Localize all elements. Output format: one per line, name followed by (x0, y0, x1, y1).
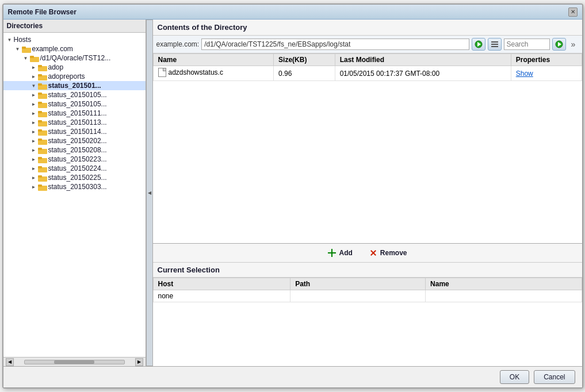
add-button[interactable]: Add (324, 247, 355, 259)
selection-title: Current Selection (153, 263, 582, 278)
collapse-handle[interactable]: ◀ (146, 20, 153, 366)
sel-col-host: Host (153, 278, 290, 290)
svg-rect-36 (491, 46, 498, 47)
expand-adop[interactable]: ► (30, 63, 38, 71)
svg-rect-23 (38, 148, 42, 150)
add-label: Add (339, 249, 352, 257)
tree-item-s7[interactable]: ► status_20150208... (3, 145, 146, 155)
svg-rect-29 (38, 175, 42, 178)
file-icon: adzdshowstatus.c (158, 68, 223, 77)
remove-label: Remove (380, 249, 407, 257)
svg-rect-3 (30, 56, 34, 58)
tree-item-s6[interactable]: ► status_20150202... (3, 136, 146, 145)
selection-table: Host Path Name none (153, 278, 582, 302)
svg-rect-1 (22, 47, 26, 49)
expand-hosts[interactable]: ▼ (6, 36, 14, 44)
selection-table-area[interactable]: Host Path Name none (153, 278, 582, 366)
s2-folder-icon (38, 101, 47, 108)
sel-col-path: Path (290, 278, 426, 290)
host-label: example.com (32, 45, 73, 53)
tree-item-adop[interactable]: ► adop (3, 63, 146, 72)
tree-area[interactable]: ▼ Hosts ▼ example.com ▼ (3, 33, 146, 357)
file-name-cell: adzdshowstatus.c (153, 66, 274, 81)
directories-title: Directories (3, 20, 146, 33)
h-scroll-left[interactable]: ◀ (6, 358, 14, 366)
svg-rect-25 (38, 157, 42, 159)
svg-rect-19 (38, 129, 42, 132)
svg-rect-27 (38, 166, 42, 168)
tree-h-scrollbar[interactable]: ◀ ▶ (3, 357, 146, 366)
tree-item-s10[interactable]: ► status_20150225... (3, 173, 146, 182)
tree-item-s5[interactable]: ► status_20150114... (3, 127, 146, 136)
ok-button[interactable]: OK (500, 370, 529, 384)
dialog-title: Remote File Browser (8, 8, 77, 16)
svg-rect-5 (38, 65, 42, 67)
tree-item-s1[interactable]: ► status_20150105... (3, 90, 146, 99)
file-modified-cell: 01/05/2015 00:17:37 GMT-08:00 (335, 66, 511, 81)
file-properties-cell[interactable]: Show (511, 66, 582, 81)
dir-header: Contents of the Directory (153, 20, 582, 36)
col-name: Name (153, 54, 274, 66)
tree-item-s2[interactable]: ► status_20150105... (3, 99, 146, 109)
s7-folder-icon (38, 147, 47, 154)
add-remove-bar: Add Remove (153, 244, 582, 263)
show-link[interactable]: Show (516, 70, 533, 78)
expand-host[interactable]: ▼ (14, 45, 22, 53)
path-input[interactable] (201, 39, 469, 50)
svg-rect-31 (38, 185, 42, 187)
search-button[interactable] (552, 38, 566, 51)
cancel-button[interactable]: Cancel (534, 370, 575, 384)
s9-folder-icon (38, 165, 47, 172)
h-scroll-right[interactable]: ▶ (135, 358, 143, 366)
tree-item-status-201501[interactable]: ▼ status_201501... (3, 81, 146, 90)
adop-label: adop (48, 63, 64, 71)
expand-status-201501[interactable]: ▼ (30, 82, 38, 90)
tree-item-s9[interactable]: ► status_20150224... (3, 164, 146, 173)
hosts-label: Hosts (14, 36, 32, 44)
tree-item-s4[interactable]: ► status_20150113... (3, 118, 146, 127)
tree-item-hosts[interactable]: ▼ Hosts (3, 35, 146, 44)
s5-folder-icon (38, 128, 47, 136)
svg-rect-7 (38, 74, 42, 76)
svg-rect-15 (38, 111, 42, 113)
svg-rect-21 (38, 139, 42, 141)
svg-rect-35 (491, 44, 498, 45)
tree-item-s8[interactable]: ► status_20150223... (3, 155, 146, 164)
s11-folder-icon (38, 183, 47, 191)
s4-folder-icon (38, 119, 47, 126)
tree-item-host[interactable]: ▼ example.com (3, 44, 146, 53)
tree-item-root-path[interactable]: ▼ /d1/QA/oracle/TST12... (3, 53, 146, 63)
expand-root-path[interactable]: ▼ (22, 54, 30, 62)
root-folder-icon (30, 55, 39, 62)
host-folder-icon (22, 45, 31, 53)
tree-item-s3[interactable]: ► status_20150111... (3, 109, 146, 118)
plus-icon (327, 248, 337, 258)
s8-folder-icon (38, 156, 47, 163)
root-path-label: /d1/QA/oracle/TST12... (40, 54, 111, 62)
s3-folder-icon (38, 110, 47, 117)
selection-panel: Current Selection Host Path Name (153, 263, 582, 366)
remove-button[interactable]: Remove (365, 247, 411, 259)
file-table-area[interactable]: Name Size(KB) Last Modified Properties (153, 53, 582, 243)
tree-item-s11[interactable]: ► status_20150303... (3, 182, 146, 191)
bottom-bar: OK Cancel (3, 366, 582, 387)
file-table: Name Size(KB) Last Modified Properties (153, 53, 582, 81)
go-button[interactable] (472, 38, 485, 51)
directory-contents-area: Contents of the Directory example.com: (153, 20, 582, 244)
sel-col-name: Name (426, 278, 582, 290)
tree-item-adopreports[interactable]: ► adopreports (3, 72, 146, 81)
close-button[interactable]: ✕ (568, 7, 578, 17)
table-row[interactable]: adzdshowstatus.c 0.96 01/05/2015 00:17:3… (153, 66, 582, 81)
s1-folder-icon (38, 91, 47, 99)
status-201501-label: status_201501... (48, 82, 101, 90)
list-button[interactable] (488, 38, 502, 51)
right-panel: Contents of the Directory example.com: (153, 20, 582, 366)
doc-icon (158, 68, 166, 77)
more-button[interactable]: » (568, 38, 579, 51)
h-scrollbar-thumb[interactable] (54, 360, 94, 364)
search-input[interactable] (504, 39, 550, 50)
svg-rect-13 (38, 102, 42, 104)
h-scrollbar-track[interactable] (24, 360, 125, 364)
col-modified: Last Modified (335, 54, 511, 66)
expand-adopreports[interactable]: ► (30, 72, 38, 80)
